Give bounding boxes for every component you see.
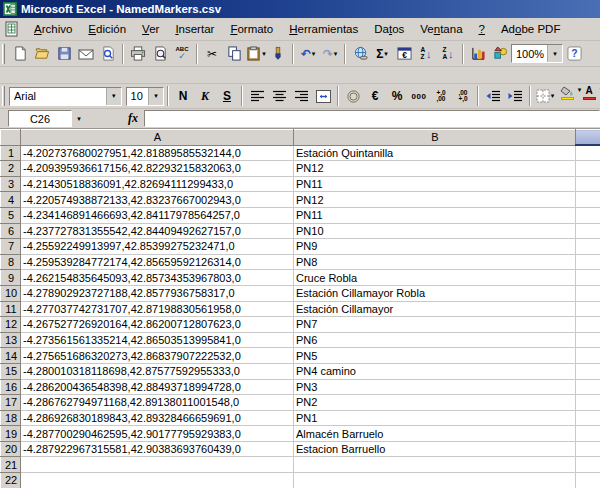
menu-item-ver[interactable]: Ver [134, 20, 167, 38]
row-header-19[interactable]: 19 [1, 426, 21, 442]
cell-C14-partial[interactable] [576, 348, 600, 364]
cell-A22[interactable] [21, 473, 294, 488]
row-header-7[interactable]: 7 [1, 239, 21, 255]
print-button[interactable] [127, 43, 149, 65]
cell-A2[interactable]: -4.209395936617156,42.82293215832063,0 [21, 161, 294, 177]
column-header-C-partial[interactable] [576, 130, 600, 146]
euro-style-button[interactable]: € [364, 85, 386, 107]
zoom-dropdown-button[interactable]: ▾ [547, 45, 562, 62]
decrease-indent-button[interactable] [482, 85, 504, 107]
insert-hyperlink-button[interactable] [349, 43, 371, 65]
menu-item-adobe-pdf[interactable]: Adobe PDF [493, 20, 568, 38]
row-header-10[interactable]: 10 [1, 285, 21, 301]
row-header-2[interactable]: 2 [1, 161, 21, 177]
sort-ascending-button[interactable]: A Z ↓ [415, 43, 437, 65]
cell-A9[interactable]: -4.262154835645093,42.85734353967803,0 [21, 270, 294, 286]
row-header-8[interactable]: 8 [1, 254, 21, 270]
cell-A17[interactable]: -4.286762794971168,42.89138011001548,0 [21, 395, 294, 411]
row-header-16[interactable]: 16 [1, 379, 21, 395]
cell-A12[interactable]: -4.267527726920164,42.86200712807623,0 [21, 317, 294, 333]
row-header-9[interactable]: 9 [1, 270, 21, 286]
cell-B2[interactable]: PN12 [294, 161, 576, 177]
menu-item-datos[interactable]: Datos [366, 20, 412, 38]
cell-A14[interactable]: -4.275651686320273,42.86837907222532,0 [21, 348, 294, 364]
row-header-14[interactable]: 14 [1, 348, 21, 364]
cell-A11[interactable]: -4.277037742731707,42.87198830561958,0 [21, 301, 294, 317]
align-right-button[interactable] [290, 85, 312, 107]
cell-B14[interactable]: PN5 [294, 348, 576, 364]
open-button[interactable] [31, 43, 53, 65]
cell-C18-partial[interactable] [576, 410, 600, 426]
email-button[interactable] [75, 43, 97, 65]
merge-center-button[interactable] [312, 85, 334, 107]
row-header-21[interactable]: 21 [1, 457, 21, 473]
cell-C2-partial[interactable] [576, 161, 600, 177]
cell-B7[interactable]: PN9 [294, 239, 576, 255]
cell-C11-partial[interactable] [576, 301, 600, 317]
format-painter-button[interactable] [267, 43, 289, 65]
cell-B20[interactable]: Estacion Barruello [294, 441, 576, 457]
paste-button[interactable]: ▾ [245, 43, 267, 65]
cell-A20[interactable]: -4.287922967315581,42.90383693760439,0 [21, 441, 294, 457]
cell-C6-partial[interactable] [576, 223, 600, 239]
title-bar[interactable]: Microsoft Excel - NamedMarkers.csv [0, 0, 600, 18]
menu-item-herramientas[interactable]: Herramientas [281, 20, 366, 38]
percent-style-button[interactable]: % [386, 85, 408, 107]
cell-C15-partial[interactable] [576, 363, 600, 379]
cell-C4-partial[interactable] [576, 192, 600, 208]
font-size-combobox[interactable]: 10 ▾ [126, 87, 164, 106]
row-header-13[interactable]: 13 [1, 332, 21, 348]
formula-input[interactable] [144, 110, 600, 127]
cell-C8-partial[interactable] [576, 254, 600, 270]
cell-A19[interactable]: -4.287700290462595,42.90177795929383,0 [21, 426, 294, 442]
row-header-22[interactable]: 22 [1, 473, 21, 488]
print-preview-button[interactable] [149, 43, 171, 65]
font-name-combobox[interactable]: Arial ▾ [9, 87, 122, 106]
font-color-button[interactable]: A ▾ [578, 85, 600, 107]
row-header-5[interactable]: 5 [1, 207, 21, 223]
cell-A10[interactable]: -4.278902923727188,42.8577936758317,0 [21, 285, 294, 301]
cell-C12-partial[interactable] [576, 317, 600, 333]
cell-B12[interactable]: PN7 [294, 317, 576, 333]
cell-C19-partial[interactable] [576, 426, 600, 442]
cell-C7-partial[interactable] [576, 239, 600, 255]
cell-A21[interactable] [21, 457, 294, 473]
align-center-button[interactable] [268, 85, 290, 107]
menu-item-formato[interactable]: Formato [222, 20, 281, 38]
spelling-button[interactable]: ABC ✓ [171, 43, 193, 65]
cell-B4[interactable]: PN12 [294, 192, 576, 208]
align-left-button[interactable] [246, 85, 268, 107]
cell-C9-partial[interactable] [576, 270, 600, 286]
comma-style-button[interactable]: 000 [408, 85, 430, 107]
cell-B15[interactable]: PN4 camino [294, 363, 576, 379]
cell-C16-partial[interactable] [576, 379, 600, 395]
cell-B1[interactable]: Estación Quintanilla [294, 145, 576, 161]
font-size-dropdown-button[interactable]: ▾ [148, 88, 163, 105]
row-header-12[interactable]: 12 [1, 317, 21, 333]
cell-C22-partial[interactable] [576, 473, 600, 488]
cell-A13[interactable]: -4.273561561335214,42.86503513995841,0 [21, 332, 294, 348]
cell-C3-partial[interactable] [576, 176, 600, 192]
cell-B6[interactable]: PN10 [294, 223, 576, 239]
toolbar-grip[interactable] [2, 44, 5, 64]
row-header-18[interactable]: 18 [1, 410, 21, 426]
drawing-button[interactable] [489, 43, 511, 65]
cut-button[interactable]: ✂ [201, 43, 223, 65]
cell-B19[interactable]: Almacén Barruelo [294, 426, 576, 442]
cell-A8[interactable]: -4.259539284772174,42.85659592126314,0 [21, 254, 294, 270]
font-name-dropdown-button[interactable]: ▾ [106, 88, 121, 105]
row-header-17[interactable]: 17 [1, 395, 21, 411]
increase-indent-button[interactable] [504, 85, 526, 107]
cell-A4[interactable]: -4.220574938872133,42.83237667002943,0 [21, 192, 294, 208]
cell-B17[interactable]: PN2 [294, 395, 576, 411]
row-header-20[interactable]: 20 [1, 441, 21, 457]
insert-function-button[interactable]: fx [128, 111, 138, 126]
cell-C21-partial[interactable] [576, 457, 600, 473]
select-all-corner[interactable] [1, 130, 21, 146]
cell-C1-partial[interactable] [576, 145, 600, 161]
cell-B5[interactable]: PN11 [294, 207, 576, 223]
bold-button[interactable]: N [172, 85, 194, 107]
cell-A3[interactable]: -4.21430518836091,42.82694111299433,0 [21, 176, 294, 192]
cell-B13[interactable]: PN6 [294, 332, 576, 348]
cell-C20-partial[interactable] [576, 441, 600, 457]
